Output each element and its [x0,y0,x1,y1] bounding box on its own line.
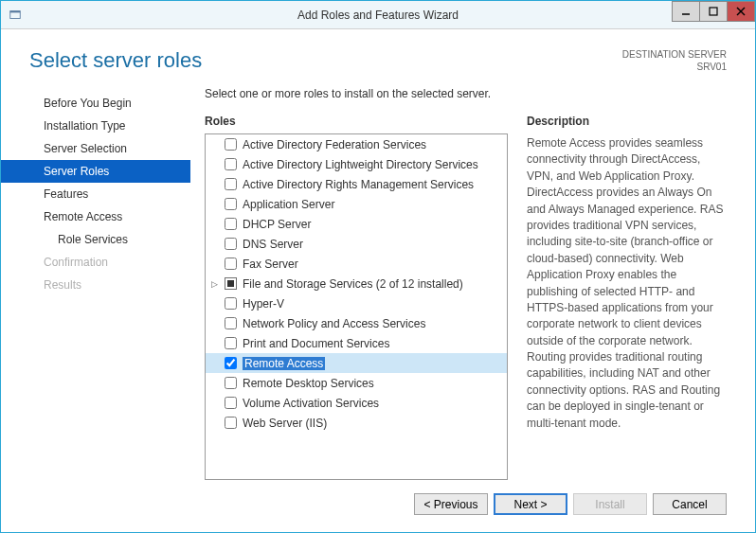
footer: < Previous Next > Install Cancel [1,480,755,532]
role-label: Volume Activation Services [243,397,379,410]
role-item[interactable]: Remote Desktop Services [206,373,507,393]
maximize-button[interactable] [699,1,728,22]
sidebar-step-results: Results [1,274,190,296]
role-checkbox[interactable] [225,138,237,151]
destination-value: SRV01 [622,61,727,73]
role-checkbox[interactable] [225,178,237,190]
role-label: Web Server (IIS) [243,417,327,430]
role-item[interactable]: Hyper-V [206,293,507,313]
sidebar-step-before-you-begin[interactable]: Before You Begin [1,92,190,115]
svg-rect-3 [710,8,717,15]
window-buttons [673,1,755,22]
role-label: Print and Document Services [243,337,389,350]
sidebar: Before You BeginInstallation TypeServer … [1,82,190,480]
cancel-button[interactable]: Cancel [653,493,727,515]
install-button: Install [573,493,647,515]
role-label: File and Storage Services (2 of 12 insta… [243,277,463,291]
role-label: Hyper-V [243,297,284,311]
role-label: Active Directory Rights Management Servi… [243,178,474,191]
close-button[interactable] [727,1,755,22]
role-checkbox[interactable] [225,397,237,409]
role-label: DNS Server [243,238,303,251]
roles-column: Roles Active Directory Federation Servic… [205,115,508,480]
role-label: Active Directory Federation Services [243,138,426,151]
role-checkbox[interactable] [225,357,237,369]
destination-server: DESTINATION SERVER SRV01 [622,48,727,73]
next-button[interactable]: Next > [494,493,567,515]
roles-listbox[interactable]: Active Directory Federation ServicesActi… [205,133,508,480]
role-checkbox[interactable] [225,417,237,429]
role-item[interactable]: Application Server [206,194,507,214]
role-label: Application Server [243,198,334,211]
sidebar-step-features[interactable]: Features [1,183,190,205]
sidebar-step-confirmation: Confirmation [1,251,190,274]
titlebar: Add Roles and Features Wizard [1,1,755,29]
role-label: DHCP Server [243,218,311,231]
role-label: Remote Access [243,357,325,370]
role-checkbox[interactable] [225,198,237,210]
sidebar-step-server-roles[interactable]: Server Roles [1,160,190,183]
sidebar-step-server-selection[interactable]: Server Selection [1,137,190,160]
content: Select one or more roles to install on t… [190,82,755,480]
description-column: Description Remote Access provides seaml… [527,115,727,480]
instruction-text: Select one or more roles to install on t… [205,87,727,100]
role-item[interactable]: Network Policy and Access Services [206,313,507,333]
role-checkbox[interactable] [225,337,237,349]
main: Before You BeginInstallation TypeServer … [1,82,755,480]
role-item[interactable]: DNS Server [206,234,507,254]
description-label: Description [527,115,727,128]
role-item[interactable]: Active Directory Lightweight Directory S… [206,154,507,174]
description-text: Remote Access provides seamless connecti… [527,135,727,432]
role-label: Network Policy and Access Services [243,317,425,330]
role-label: Remote Desktop Services [243,377,374,390]
header: Select server roles DESTINATION SERVER S… [1,29,755,82]
page-title: Select server roles [29,48,202,73]
sidebar-step-role-services[interactable]: Role Services [1,228,190,251]
svg-rect-1 [10,10,21,12]
expand-icon[interactable]: ▷ [211,279,218,289]
role-item[interactable]: Volume Activation Services [206,393,507,413]
role-checkbox[interactable] [225,317,237,329]
role-item[interactable]: Active Directory Rights Management Servi… [206,174,507,194]
role-checkbox[interactable] [225,297,237,310]
role-checkbox[interactable] [225,158,237,170]
role-item[interactable]: Remote Access [206,353,507,373]
window-title: Add Roles and Features Wizard [1,9,755,22]
roles-label: Roles [205,115,508,128]
role-item[interactable]: Active Directory Federation Services [206,134,507,154]
columns: Roles Active Directory Federation Servic… [205,115,727,480]
sidebar-step-installation-type[interactable]: Installation Type [1,115,190,137]
role-item[interactable]: Web Server (IIS) [206,413,507,433]
role-label: Fax Server [243,258,298,271]
role-checkbox[interactable] [225,258,237,270]
role-item[interactable]: ▷File and Storage Services (2 of 12 inst… [206,274,507,293]
app-icon [1,9,29,22]
role-item[interactable]: Print and Document Services [206,333,507,353]
sidebar-step-remote-access[interactable]: Remote Access [1,205,190,228]
role-checkbox[interactable] [225,218,237,230]
role-item[interactable]: DHCP Server [206,214,507,234]
role-checkbox[interactable] [225,277,237,290]
destination-label: DESTINATION SERVER [622,48,727,61]
minimize-button[interactable] [672,1,700,22]
previous-button[interactable]: < Previous [414,493,488,515]
role-label: Active Directory Lightweight Directory S… [243,158,478,171]
role-checkbox[interactable] [225,238,237,250]
role-checkbox[interactable] [225,377,237,389]
role-item[interactable]: Fax Server [206,254,507,274]
